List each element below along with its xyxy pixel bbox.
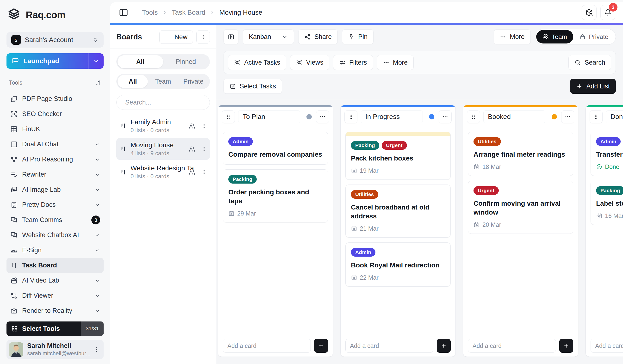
boards-search-input[interactable] (125, 99, 210, 106)
add-card-input[interactable] (345, 339, 433, 353)
account-switcher[interactable]: s Sarah's Account (6, 32, 104, 48)
add-card-input[interactable] (468, 339, 556, 353)
card-labels: Admin (596, 137, 623, 146)
more-button[interactable]: More (494, 29, 531, 44)
board-item-family-admin[interactable]: Family Admin 0 lists · 0 cards (116, 115, 210, 137)
kebab-menu-icon[interactable] (201, 123, 207, 129)
calendar-clock-icon (596, 213, 602, 219)
brand: Raq.com (6, 7, 104, 22)
chevron-down-icon (94, 142, 100, 147)
sidebar-item-website-chatbox-ai[interactable]: Website Chatbox AI (6, 228, 104, 243)
breadcrumb-task-board[interactable]: Task Board (172, 9, 205, 16)
task-card[interactable]: Admin Transfer c Done (591, 132, 623, 176)
drag-handle[interactable] (344, 110, 357, 123)
private-toggle[interactable]: Private (573, 30, 615, 43)
calendar-clock-icon (228, 210, 235, 216)
collapse-panel-button[interactable] (223, 29, 238, 44)
sidebar-item-rewriter[interactable]: Rewriter (6, 167, 104, 182)
kebab-menu-icon[interactable] (201, 146, 207, 152)
task-card[interactable]: Utilities Arrange final meter readings 1… (468, 132, 573, 176)
column-menu-button[interactable] (439, 110, 452, 123)
messages-icon (10, 232, 18, 239)
drag-handle[interactable] (590, 110, 602, 123)
scope-tab-team[interactable]: Team (148, 75, 178, 88)
task-card[interactable]: Utilities Cancel broadband at old addres… (345, 185, 451, 238)
pin-button[interactable]: Pin (342, 29, 374, 44)
column-menu-button[interactable] (316, 110, 329, 123)
views-button[interactable]: Views (290, 55, 330, 70)
notifications-button[interactable]: 3 (601, 5, 615, 20)
add-list-button[interactable]: Add List (570, 79, 616, 94)
add-card-button[interactable] (437, 339, 451, 353)
drag-handle[interactable] (222, 110, 235, 123)
board-item-website-redesign-ta[interactable]: Website Redesign Ta... 0 lists · 0 cards (116, 161, 210, 183)
package-search-button[interactable] (582, 5, 597, 20)
drag-handle[interactable] (467, 110, 480, 123)
sidebar-item-ai-video-lab[interactable]: AI Video Lab (6, 273, 104, 288)
launchpad-expand[interactable] (88, 53, 104, 69)
sidebar-item-render-to-reality[interactable]: Render to Reality (6, 303, 104, 318)
launchpad-main[interactable]: Launchpad (6, 53, 88, 69)
search-button[interactable]: Search (568, 55, 611, 70)
column-title[interactable]: Done (606, 110, 623, 123)
sidebar-item-ai-image-lab[interactable]: AI Image Lab (6, 182, 104, 197)
sidebar-item-team-comms[interactable]: Team Comms3 (6, 212, 104, 228)
scope-tab-private[interactable]: Private (178, 75, 209, 88)
boards-menu-button[interactable] (196, 30, 210, 44)
sidebar-item-dual-ai-chat[interactable]: Dual AI Chat (6, 137, 104, 152)
sort-icon[interactable] (95, 80, 101, 86)
kebab-menu-icon[interactable] (93, 346, 100, 353)
sidebar-item-task-board[interactable]: Task Board (6, 258, 104, 273)
launchpad-button[interactable]: Launchpad (6, 53, 104, 69)
sidebar-item-pretty-docs[interactable]: Pretty Docs (6, 197, 104, 212)
kebab-menu-icon[interactable] (201, 169, 207, 175)
checkbox-icon (229, 83, 236, 90)
list-check-icon (10, 171, 18, 178)
plus-icon (165, 34, 171, 40)
board-toolbar: Kanban Share Pin More (216, 25, 623, 45)
column-footer (463, 335, 578, 357)
boards-search[interactable] (116, 95, 210, 110)
add-card-input[interactable] (223, 339, 311, 353)
sidebar-item-finuk[interactable]: FinUK (6, 122, 104, 137)
user-card[interactable]: Sarah Mitchell sarah.mitchell@westbur... (6, 340, 104, 359)
view-select[interactable]: Kanban (243, 29, 294, 44)
tab-pinned[interactable]: Pinned (163, 55, 209, 68)
sidebar-item-diff-viewer[interactable]: Diff Viewer (6, 288, 104, 303)
column-footer (586, 335, 623, 357)
board-item-moving-house[interactable]: Moving House 4 lists · 9 cards (116, 138, 210, 160)
new-board-button[interactable]: New (159, 30, 193, 44)
task-card[interactable]: PackingUrgent Pack kitchen boxes 19 Mar (345, 132, 451, 180)
more-button[interactable]: More (377, 55, 414, 70)
filters-button[interactable]: Filters (333, 55, 373, 70)
task-card[interactable]: Packing Order packing boxes and tape 29 … (223, 169, 328, 222)
task-card[interactable]: Admin Compare removal companies (223, 132, 328, 165)
sidebar-item-pdf-page-studio[interactable]: PDF Page Studio (6, 91, 104, 107)
panel-left-icon[interactable] (119, 8, 128, 17)
select-tools-button[interactable]: Select Tools 31/31 (6, 321, 104, 336)
column-title[interactable]: In Progress (361, 110, 423, 123)
breadcrumb-tools[interactable]: Tools (142, 9, 158, 16)
task-card[interactable]: Packing Label stor 16 Mar (591, 181, 623, 225)
plus-icon (576, 83, 583, 90)
column-title[interactable]: Booked (483, 110, 545, 123)
task-card[interactable]: Urgent Confirm moving van arrival window… (468, 181, 573, 234)
sidebar-item-seo-checker[interactable]: SEO Checker (6, 107, 104, 122)
sidebar-item-e-sign[interactable]: E-Sign (6, 243, 104, 258)
sidebar-item-ai-pro-reasoning[interactable]: AI Pro Reasoning (6, 152, 104, 167)
task-card[interactable]: Admin Book Royal Mail redirection 22 Mar (345, 242, 451, 287)
add-card-input[interactable] (591, 339, 623, 353)
add-card-button[interactable] (314, 339, 328, 353)
scope-tab-all[interactable]: All (117, 75, 148, 88)
column-title[interactable]: To Plan (238, 110, 300, 123)
column-menu-button[interactable] (561, 110, 574, 123)
tab-all[interactable]: All (117, 55, 163, 68)
team-toggle[interactable]: Team (536, 30, 574, 43)
card-due: 20 Mar (473, 221, 568, 228)
boards-scope-tabs: AllTeamPrivate (116, 74, 210, 89)
active-tasks-button[interactable]: Active Tasks (228, 55, 286, 70)
add-card-button[interactable] (559, 339, 573, 353)
app-header: Tools Task Board Moving House 3 (110, 2, 623, 23)
select-tasks-button[interactable]: Select Tasks (223, 79, 282, 94)
share-button[interactable]: Share (298, 29, 338, 44)
